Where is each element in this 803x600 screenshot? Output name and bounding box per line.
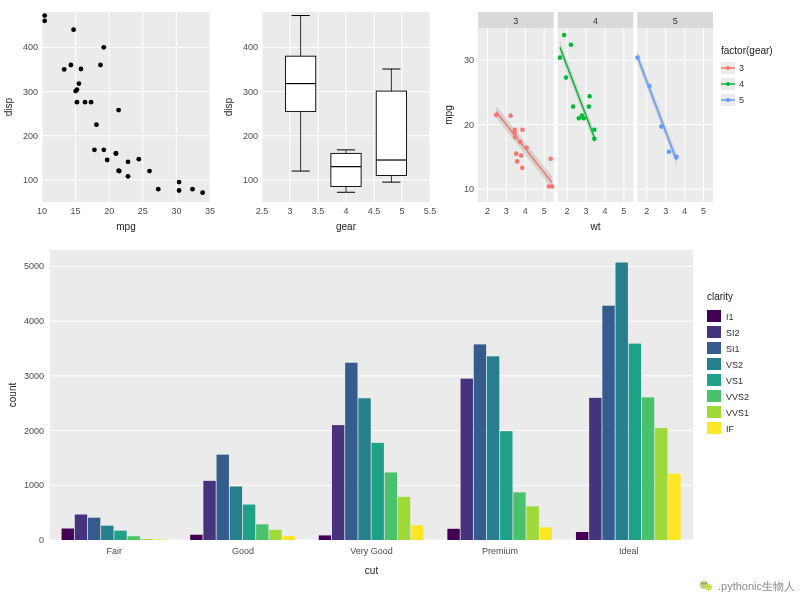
svg-point-122 [519,153,524,158]
svg-point-29 [77,81,82,86]
bar [269,530,281,540]
svg-text:VS2: VS2 [726,360,743,370]
svg-text:2.5: 2.5 [256,206,269,216]
bar [385,472,397,540]
bar [602,306,614,540]
svg-text:200: 200 [243,131,258,141]
bar [332,425,344,540]
bar [62,529,74,540]
svg-point-33 [92,147,97,152]
svg-point-37 [101,45,106,50]
svg-text:gear: gear [336,221,357,232]
svg-text:400: 400 [23,42,38,52]
svg-point-28 [75,87,80,92]
wechat-icon [698,578,714,594]
svg-point-235 [709,586,710,587]
svg-point-51 [190,187,195,192]
svg-text:mpg: mpg [116,221,135,232]
svg-text:0: 0 [39,535,44,545]
svg-point-32 [89,100,94,105]
svg-point-148 [569,42,574,47]
bar [358,398,370,540]
svg-point-40 [114,151,119,156]
svg-text:disp: disp [223,97,234,116]
svg-point-119 [514,151,519,156]
svg-text:10: 10 [37,206,47,216]
bar [655,428,667,540]
bar [576,532,588,540]
svg-point-23 [62,67,67,72]
svg-rect-0 [42,12,210,202]
svg-text:400: 400 [243,42,258,52]
svg-point-22 [42,18,47,23]
svg-point-43 [117,169,122,174]
svg-point-149 [571,104,576,109]
svg-text:300: 300 [243,87,258,97]
svg-text:30: 30 [171,206,181,216]
svg-text:30: 30 [464,55,474,65]
svg-text:cut: cut [365,565,379,576]
bar [256,524,268,540]
svg-text:3.5: 3.5 [312,206,325,216]
svg-text:5000: 5000 [24,261,44,271]
svg-point-174 [647,84,652,89]
svg-text:2: 2 [485,206,490,216]
svg-rect-218 [707,342,721,354]
svg-point-154 [587,94,592,99]
svg-point-234 [707,586,708,587]
svg-text:3: 3 [663,206,668,216]
svg-point-125 [524,146,529,151]
bar [243,505,255,540]
svg-text:4000: 4000 [24,316,44,326]
svg-point-49 [177,188,182,193]
svg-text:3: 3 [504,206,509,216]
svg-text:2000: 2000 [24,426,44,436]
bar [141,539,153,540]
svg-rect-131 [558,28,634,202]
svg-text:factor(gear): factor(gear) [721,45,773,56]
svg-point-173 [635,55,640,60]
svg-text:5: 5 [701,206,706,216]
svg-text:4: 4 [682,206,687,216]
svg-rect-214 [707,310,721,322]
svg-text:300: 300 [23,87,38,97]
bar [345,363,357,540]
bar [230,486,242,540]
watermark: .pythonic生物人 [698,578,795,594]
svg-text:5: 5 [399,206,404,216]
svg-text:4: 4 [523,206,528,216]
svg-point-114 [494,113,499,118]
bar [461,379,473,540]
svg-point-47 [147,169,152,174]
bar [217,455,229,540]
svg-point-232 [702,583,703,584]
svg-point-45 [126,159,131,164]
svg-rect-84 [331,153,361,186]
svg-text:4: 4 [602,206,607,216]
bar [398,497,410,540]
svg-point-30 [79,67,84,72]
svg-point-44 [126,174,131,179]
svg-point-31 [83,100,88,105]
watermark-text: .pythonic生物人 [718,579,795,594]
bar [500,431,512,540]
bar [114,531,126,540]
svg-point-191 [726,98,730,102]
svg-point-21 [42,13,47,18]
svg-point-38 [105,158,110,163]
svg-text:IF: IF [726,424,735,434]
bar [190,535,202,540]
svg-text:25: 25 [138,206,148,216]
bar [513,492,525,540]
figure-grid: 101520253035100200300400mpgdisp 2.533.54… [0,0,803,600]
svg-text:200: 200 [23,131,38,141]
svg-point-176 [667,149,672,154]
svg-text:20: 20 [104,206,114,216]
bar [88,518,100,540]
svg-rect-222 [707,374,721,386]
svg-text:100: 100 [243,175,258,185]
bar [474,344,486,540]
svg-text:count: count [7,383,18,408]
svg-point-231 [705,584,712,591]
svg-point-46 [136,157,141,162]
